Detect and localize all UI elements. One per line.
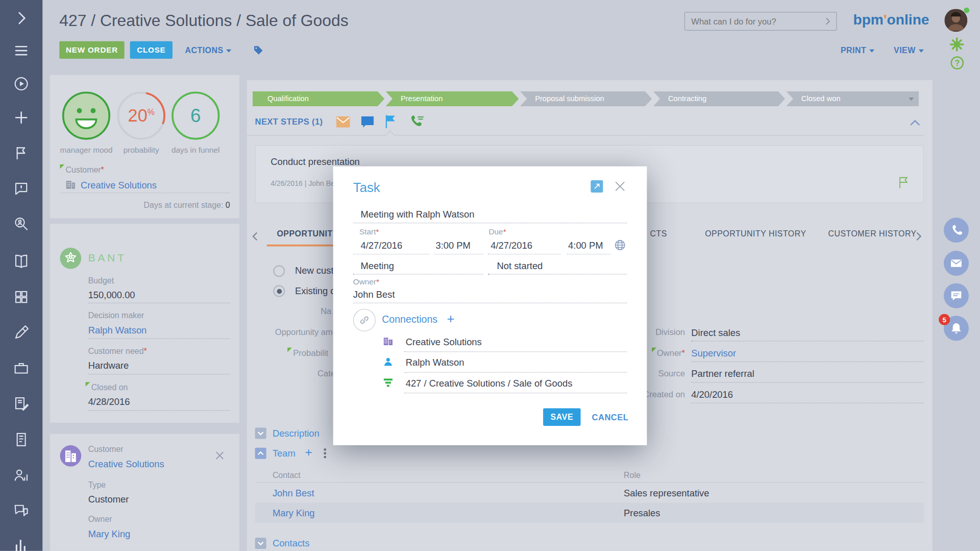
team-contact-link[interactable]: John Best [273, 488, 314, 498]
new-message-icon[interactable] [361, 116, 374, 128]
section-description[interactable]: Description [273, 428, 320, 439]
logo-part1: bpm [853, 11, 883, 28]
stage-qualification[interactable]: Qualification [253, 91, 384, 106]
start-date-field[interactable]: 4/27/2016 [361, 240, 403, 251]
start-time-field[interactable]: 3:00 PM [435, 240, 470, 251]
next-step-title[interactable]: Conduct presentation [271, 156, 360, 167]
card-flag-icon[interactable] [899, 176, 908, 188]
view-menu[interactable]: VIEW [894, 45, 924, 55]
products-icon[interactable] [13, 360, 30, 376]
collapse-next-steps-icon[interactable] [910, 119, 921, 127]
modal-close-icon[interactable] [615, 181, 626, 192]
section-team[interactable]: Team [273, 448, 296, 459]
tab-customer-history[interactable]: CUSTOMER HISTORY [828, 229, 916, 238]
calls-icon[interactable] [944, 218, 969, 243]
add-icon[interactable] [13, 109, 30, 126]
new-task-flag-icon[interactable] [386, 115, 396, 128]
email-icon[interactable] [944, 251, 969, 276]
team-add-button[interactable]: + [305, 445, 312, 460]
due-time-field[interactable]: 4:00 PM [568, 240, 603, 251]
actions-menu[interactable]: ACTIONS [185, 45, 231, 55]
category-field[interactable]: Meeting [361, 260, 394, 271]
section-contacts[interactable]: Contacts [273, 538, 309, 548]
search-go-icon[interactable] [822, 16, 832, 27]
closed-on-value[interactable]: 4/28/2016 [88, 396, 130, 407]
team-row-2[interactable]: Mary King Presales [255, 502, 924, 522]
decision-maker-link[interactable]: Ralph Watson [88, 325, 147, 336]
close-button[interactable]: CLOSE [130, 41, 173, 59]
new-order-button[interactable]: NEW ORDER [59, 41, 124, 59]
stage-closed-won[interactable]: Closed won [786, 91, 919, 106]
team-toggle[interactable] [255, 448, 266, 459]
connection-opportunity-value[interactable]: 427 / Creative Solutions / Sale of Goods [406, 378, 573, 389]
tag-icon[interactable] [253, 44, 264, 56]
stage-proposal-submission[interactable]: Proposal submission [520, 91, 652, 106]
new-email-icon[interactable] [336, 116, 350, 128]
budget-value[interactable]: 150,000.00 [88, 290, 135, 300]
created-on-value[interactable]: 4/20/2016 [691, 389, 733, 400]
knowledge-base-icon[interactable] [13, 253, 30, 270]
team-contact-link[interactable]: Mary King [273, 508, 315, 518]
tabs-scroll-left-icon[interactable] [251, 231, 259, 242]
task-owner-field[interactable]: John Best [353, 289, 395, 300]
tab-opportunity-history[interactable]: OPPORTUNITY HISTORY [705, 229, 806, 238]
stage-contracting[interactable]: Contracting [653, 91, 785, 106]
source-value[interactable]: Partner referral [691, 368, 754, 379]
stage-presentation[interactable]: Presentation [386, 91, 519, 106]
tab-opportunity[interactable]: OPPORTUNITY [277, 229, 338, 238]
expand-sidebar-icon[interactable] [13, 10, 30, 27]
search-contact-icon[interactable] [13, 215, 30, 232]
open-record-icon[interactable] [591, 180, 603, 193]
apps-icon[interactable] [13, 289, 30, 305]
next-steps-label: NEXT STEPS (1) [255, 117, 323, 126]
settings-gear-icon[interactable] [949, 36, 965, 55]
tabs-scroll-right-icon[interactable] [915, 231, 923, 242]
connection-account-underline [404, 351, 627, 352]
customer-card-link[interactable]: Creative Solutions [88, 459, 164, 469]
description-toggle[interactable] [255, 428, 266, 439]
save-button[interactable]: SAVE [543, 409, 580, 426]
account-building-icon [65, 179, 76, 190]
next-step-meta: 4/26/2016 | John Best [271, 179, 340, 187]
chat-icon[interactable] [944, 283, 969, 308]
search-input[interactable] [690, 13, 818, 30]
print-menu[interactable]: PRINT [841, 45, 874, 55]
task-subject-field[interactable]: Meeting with Ralph Watson [361, 209, 475, 220]
menu-icon[interactable] [13, 42, 30, 59]
documents-icon[interactable] [13, 432, 30, 448]
customer-panel-close-icon[interactable] [215, 451, 224, 460]
new-customer-radio[interactable] [273, 265, 285, 277]
view-caret-icon [919, 50, 924, 53]
manager-mood-gauge[interactable] [61, 91, 111, 143]
team-more-menu[interactable] [324, 447, 326, 460]
connection-account-value[interactable]: Creative Solutions [406, 337, 482, 347]
contacts-toggle[interactable] [255, 538, 266, 549]
chats-icon[interactable] [13, 502, 30, 519]
process-run-icon[interactable] [13, 76, 30, 92]
orders-icon[interactable] [13, 396, 30, 412]
customer-need-value[interactable]: Hardware [88, 360, 129, 371]
dashboards-icon[interactable] [13, 538, 30, 551]
tab-fragment-cts[interactable]: CTS [650, 229, 667, 238]
help-icon[interactable]: ? [950, 56, 964, 69]
leads-icon[interactable] [13, 467, 30, 484]
timezone-globe-icon[interactable] [615, 239, 626, 251]
customer-link[interactable]: Creative Solutions [81, 179, 157, 190]
existing-customer-radio[interactable] [273, 285, 285, 297]
edit-tasks-icon[interactable] [13, 325, 30, 341]
add-connection-button[interactable]: + [447, 312, 455, 326]
due-date-field[interactable]: 4/27/2016 [491, 240, 532, 251]
notification-badge[interactable]: 5 [939, 314, 950, 325]
print-label: PRINT [841, 45, 866, 55]
owner-link[interactable]: Mary King [88, 529, 131, 539]
team-row-1[interactable]: John Best Sales representative [255, 483, 924, 502]
division-value[interactable]: Direct sales [691, 327, 740, 338]
status-field[interactable]: Not started [497, 260, 543, 271]
cancel-button[interactable]: CANCEL [592, 413, 629, 422]
new-call-icon[interactable] [409, 115, 424, 129]
feed-icon[interactable] [13, 181, 30, 197]
connection-contact-value[interactable]: Ralph Watson [406, 357, 464, 368]
opportunity-owner-value[interactable]: Supervisor [691, 348, 736, 358]
connections-header[interactable]: Connections [382, 314, 437, 325]
flag-nav-icon[interactable] [13, 145, 30, 161]
